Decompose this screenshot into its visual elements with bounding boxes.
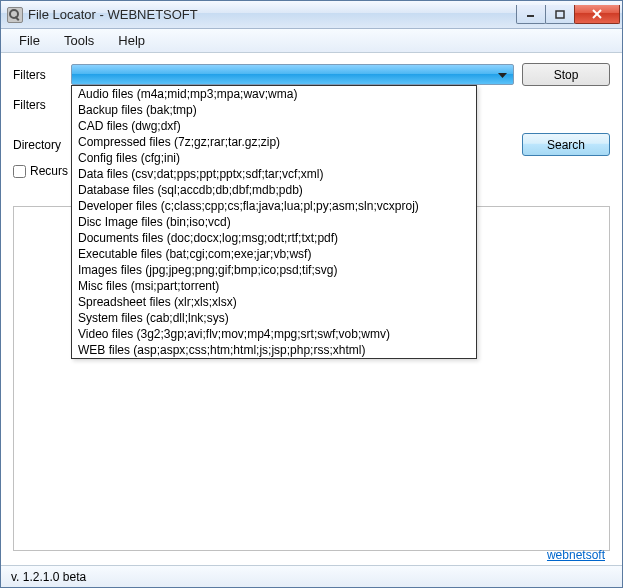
titlebar[interactable]: File Locator - WEBNETSOFT [1,1,622,29]
svg-rect-1 [556,11,564,18]
menu-tools[interactable]: Tools [54,30,104,51]
dropdown-item[interactable]: CAD files (dwg;dxf) [72,118,476,134]
dropdown-item[interactable]: Disc Image files (bin;iso;vcd) [72,214,476,230]
version-label: v. 1.2.1.0 beta [11,570,86,584]
dropdown-item[interactable]: Video files (3g2;3gp;avi;flv;mov;mp4;mpg… [72,326,476,342]
app-window: File Locator - WEBNETSOFT File Tools Hel… [0,0,623,588]
dropdown-item[interactable]: Images files (jpg;jpeg;png;gif;bmp;ico;p… [72,262,476,278]
dropdown-item[interactable]: Spreadsheet files (xlr;xls;xlsx) [72,294,476,310]
dropdown-item[interactable]: Backup files (bak;tmp) [72,102,476,118]
dropdown-item[interactable]: System files (cab;dll;lnk;sys) [72,310,476,326]
menubar: File Tools Help [1,29,622,53]
dropdown-item[interactable]: Database files (sql;accdb;db;dbf;mdb;pdb… [72,182,476,198]
close-button[interactable] [574,5,620,24]
svg-marker-4 [498,73,507,78]
dropdown-item[interactable]: Data files (csv;dat;pps;ppt;pptx;sdf;tar… [72,166,476,182]
statusbar: v. 1.2.1.0 beta [1,565,622,587]
dropdown-item[interactable]: Config files (cfg;ini) [72,150,476,166]
search-button[interactable]: Search [522,133,610,156]
recurse-label: Recurs [30,164,68,178]
filters-dropdown-list: Audio files (m4a;mid;mp3;mpa;wav;wma)Bac… [71,85,477,359]
dropdown-item[interactable]: Documents files (doc;docx;log;msg;odt;rt… [72,230,476,246]
window-title: File Locator - WEBNETSOFT [28,7,517,22]
window-controls [517,5,620,24]
app-icon [7,7,23,23]
directory-label: Directory [13,138,63,152]
dropdown-item[interactable]: Misc files (msi;part;torrent) [72,278,476,294]
dropdown-item[interactable]: Compressed files (7z;gz;rar;tar.gz;zip) [72,134,476,150]
minimize-button[interactable] [516,5,546,24]
filters-label-2: Filters [13,98,63,112]
maximize-button[interactable] [545,5,575,24]
filters-label-1: Filters [13,68,63,82]
recurse-checkbox[interactable] [13,165,26,178]
chevron-down-icon [495,68,510,83]
filters-combo-1[interactable] [71,64,514,85]
menu-file[interactable]: File [9,30,50,51]
stop-button[interactable]: Stop [522,63,610,86]
dropdown-item[interactable]: Developer files (c;class;cpp;cs;fla;java… [72,198,476,214]
menu-help[interactable]: Help [108,30,155,51]
dropdown-item[interactable]: Executable files (bat;cgi;com;exe;jar;vb… [72,246,476,262]
webnetsoft-link[interactable]: webnetsoft [547,548,605,562]
dropdown-item[interactable]: Audio files (m4a;mid;mp3;mpa;wav;wma) [72,86,476,102]
dropdown-item[interactable]: WEB files (asp;aspx;css;htm;html;js;jsp;… [72,342,476,358]
content-area: Filters Stop Filters Directory Search Re… [1,53,622,565]
